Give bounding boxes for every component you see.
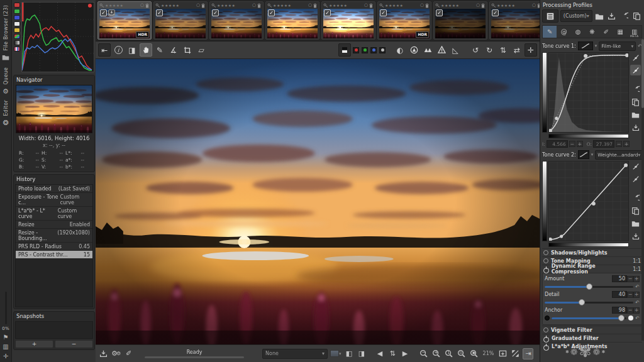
hist-red-button[interactable]: [14, 3, 20, 8]
filmstrip-thumb[interactable]: ★★★★★○ ✓HDR: [377, 1, 431, 40]
preview-image-icon[interactable]: ▾: [330, 348, 342, 359]
edit-pixel-icon[interactable]: [630, 173, 641, 184]
queue-gears-icon[interactable]: ⚙⚙: [111, 348, 121, 359]
section-vignette-filter[interactable]: Vignette Filter: [542, 326, 642, 334]
detail-reset-icon[interactable]: ↶: [635, 300, 640, 305]
history-row-selected[interactable]: PRS - Contrast thr...15: [16, 251, 92, 259]
toggle-off-icon[interactable]: [543, 250, 548, 255]
power-on-icon[interactable]: [543, 344, 549, 349]
filter-panel-icon[interactable]: ▥: [3, 343, 8, 351]
curve-folder-icon[interactable]: [630, 218, 641, 229]
hist-profile-button[interactable]: [14, 34, 20, 39]
edit-pixel-icon[interactable]: [630, 65, 641, 75]
power-on-icon[interactable]: [543, 266, 549, 272]
filmstrip-thumb[interactable]: ★★★★★○ ✓: [265, 1, 319, 40]
output-minus-button[interactable]: −: [616, 141, 622, 147]
input-plus-button[interactable]: +: [577, 141, 583, 147]
tab-queue[interactable]: Queue: [3, 67, 9, 85]
zoom-fit-icon[interactable]: ⊡: [456, 348, 467, 359]
curve-output-value[interactable]: 27.397: [593, 140, 614, 148]
add-snapshot-button[interactable]: +: [15, 340, 53, 348]
curve-folder-icon[interactable]: [630, 109, 641, 120]
channel-red-icon[interactable]: [353, 47, 359, 53]
highlight-clipping-icon[interactable]: [435, 43, 448, 57]
amount-minus[interactable]: −: [627, 276, 633, 282]
curve-mode-2-select[interactable]: Weighte...andard▾: [595, 150, 643, 160]
filmstrip-thumb[interactable]: ★★★★★○ ✓: [321, 1, 375, 40]
info-icon[interactable]: i: [112, 43, 125, 57]
zoom-out-icon[interactable]: −: [418, 348, 429, 359]
channel-blue-icon[interactable]: [370, 47, 377, 53]
before-after-icon[interactable]: ◨: [126, 43, 138, 57]
anchor-value[interactable]: 98: [612, 307, 627, 314]
curve-copy-icon[interactable]: [630, 84, 641, 95]
thumb-size-slider[interactable]: [5, 292, 7, 324]
detail-value[interactable]: 40: [612, 291, 627, 298]
external-editor-icon[interactable]: ✐: [123, 348, 134, 359]
anchor-minus[interactable]: −: [627, 307, 633, 314]
history-row[interactable]: Exposure - Tone c...Custom curve: [16, 193, 92, 207]
image-preview[interactable]: [96, 59, 540, 344]
straighten-tool-icon[interactable]: ✎: [153, 43, 166, 57]
gamut-warning-icon[interactable]: [408, 43, 420, 57]
profile-save-icon[interactable]: [607, 11, 618, 21]
prev-image-icon[interactable]: ◀: [375, 348, 386, 359]
filmstrip-thumb[interactable]: ★★★★★○ ✓: [489, 1, 540, 40]
curve-type-2-button[interactable]: [578, 150, 589, 159]
section-drc[interactable]: Dynamic Range Compression 1:1: [542, 265, 642, 273]
detail-minus[interactable]: −: [627, 292, 633, 298]
tab-metadata[interactable]: ▥META: [628, 26, 641, 38]
hist-luminosity-button[interactable]: [14, 21, 20, 26]
pan-mode-icon[interactable]: ✛: [525, 43, 537, 57]
hand-tool-icon[interactable]: [140, 43, 152, 57]
profile-revert-icon[interactable]: [619, 11, 630, 21]
flip-vertical-icon[interactable]: ⇅: [497, 43, 509, 57]
history-row[interactable]: Photo loaded(Last Saved): [16, 185, 92, 193]
tab-locallab[interactable]: ✐: [599, 26, 613, 38]
profile-list-icon[interactable]: [542, 9, 558, 23]
focus-mask-icon[interactable]: ◺: [449, 43, 462, 57]
filmstrip-thumb[interactable]: ★★★★★○ ✓: [433, 1, 487, 40]
detail-slider[interactable]: [545, 302, 633, 304]
before-after-vertical-icon[interactable]: ◨: [357, 348, 367, 359]
flip-horizontal-icon[interactable]: ⇄: [511, 43, 523, 57]
curve-1-plot[interactable]: [548, 52, 629, 133]
tab-detail[interactable]: @: [557, 26, 570, 38]
input-minus-button[interactable]: −: [569, 141, 575, 147]
edit-node-icon[interactable]: [630, 52, 641, 63]
power-on-icon[interactable]: [543, 336, 549, 341]
curve-save-icon[interactable]: [630, 122, 641, 133]
collapse-left-panel-icon[interactable]: ⇤: [98, 43, 111, 57]
profile-quick-select[interactable]: None▾: [262, 349, 328, 359]
tab-color[interactable]: ◍: [571, 26, 585, 38]
amount-value[interactable]: 50: [612, 275, 627, 282]
curve-paste-icon[interactable]: [630, 97, 641, 107]
tab-transform[interactable]: ▦: [613, 26, 627, 38]
tab-editor[interactable]: Editor: [3, 100, 9, 116]
crosshair-icon[interactable]: ✛: [3, 353, 8, 360]
detail-window-icon[interactable]: [497, 348, 508, 359]
hist-chroma-button[interactable]: [14, 28, 20, 33]
profile-copy-icon[interactable]: [631, 11, 642, 21]
filmstrip-thumb[interactable]: ★★★★★○ ✓: [209, 1, 264, 40]
zoom-fit-crop-icon[interactable]: ▣: [469, 348, 479, 359]
history-row[interactable]: Resize - Bounding...(1920x1080): [16, 229, 92, 243]
hist-green-button[interactable]: [14, 9, 20, 14]
collapse-right-panel-icon[interactable]: ⇥: [523, 348, 533, 359]
amount-plus[interactable]: +: [633, 276, 640, 282]
curve-2-plot[interactable]: [548, 161, 629, 241]
section-shadows-highlights[interactable]: Shadows/Highlights: [542, 248, 642, 256]
fullscreen-icon[interactable]: [510, 348, 521, 359]
shadow-clipping-icon[interactable]: ▲▲: [421, 43, 434, 57]
filmstrip-thumb[interactable]: ★★★★★○ ✓: [153, 1, 208, 40]
sharpening-mask-icon[interactable]: ◐: [394, 43, 406, 57]
history-row[interactable]: ResizeEnabled: [16, 221, 92, 229]
filmstrip-thumb[interactable]: ★★★★★○ ✓ HDR: [97, 1, 152, 40]
curve-save-icon[interactable]: [630, 231, 641, 241]
zoom-100-icon[interactable]: 1: [443, 348, 454, 359]
aperture-icon[interactable]: ❂: [3, 119, 8, 127]
anchor-slider[interactable]: [552, 317, 626, 319]
right-panel-scrollbar[interactable]: [641, 39, 644, 341]
toggle-off-icon[interactable]: [543, 327, 548, 332]
anchor-reset-icon[interactable]: ↶: [635, 315, 640, 321]
